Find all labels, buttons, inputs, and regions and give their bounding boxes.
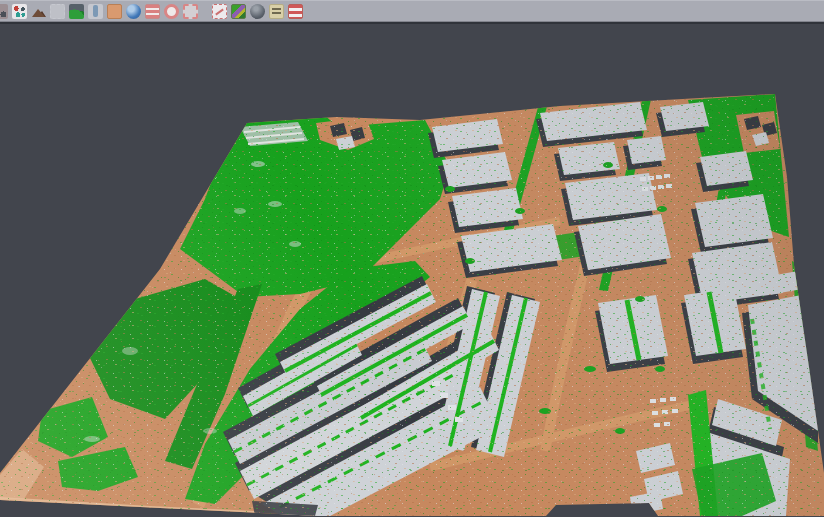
toolbar — [0, 0, 824, 22]
viewport — [0, 22, 824, 516]
terrain-icon[interactable] — [69, 4, 84, 19]
faint-grid-icon[interactable] — [50, 4, 65, 19]
colormap-icon[interactable] — [231, 4, 246, 19]
column-icon[interactable] — [88, 4, 103, 19]
circle-select-icon[interactable] — [164, 4, 179, 19]
point-cloud-icon[interactable] — [0, 4, 8, 19]
marquee-select-icon[interactable] — [183, 4, 198, 19]
ortho-square-icon[interactable] — [107, 4, 122, 19]
sphere-icon[interactable] — [250, 4, 265, 19]
annotation-icon[interactable] — [269, 4, 284, 19]
stripes-icon[interactable] — [288, 4, 303, 19]
classify-points-icon[interactable] — [12, 4, 27, 19]
viewport-3d-scene[interactable] — [0, 22, 824, 516]
layers-icon[interactable] — [145, 4, 160, 19]
clip-box-icon[interactable] — [212, 4, 227, 19]
mountain-icon[interactable] — [31, 4, 46, 19]
globe-icon[interactable] — [126, 4, 141, 19]
